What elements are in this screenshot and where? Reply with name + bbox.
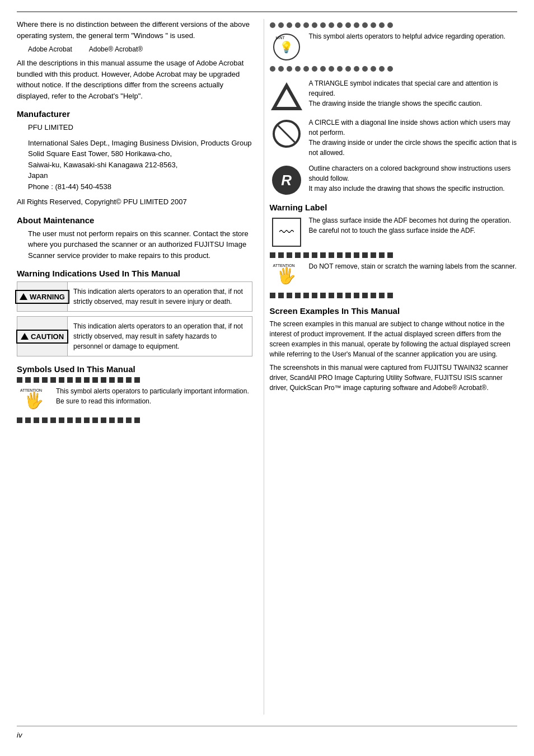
triangle-icon-cell (270, 78, 303, 112)
heat-icon: 〰 (272, 218, 301, 247)
hint-icon-cell: HINT 💡 (270, 31, 303, 60)
company-address: International Sales Dept., Imaging Busin… (28, 138, 252, 192)
hint-text: This symbol alerts operators to helpful … (309, 31, 517, 41)
page: Where there is no distinction between th… (0, 0, 534, 756)
hint-bottom-border (270, 66, 517, 72)
triangle-large-icon (271, 82, 302, 110)
warning-label-bottom-border (270, 293, 517, 298)
hint-label: HINT (276, 36, 285, 40)
attention-warning-icon: ATTENTION 🖐 (273, 264, 300, 287)
circle-symbol-row: A CIRCLE with a diagonal line inside sho… (270, 118, 517, 158)
right-column: HINT 💡 This symbol alerts operators to h… (264, 19, 517, 715)
screen-examples-text1: The screen examples in this manual are s… (270, 319, 517, 359)
r-symbol-row: R Outline characters on a colored backgr… (270, 163, 517, 195)
adobe-row: Adobe Acrobat Adobe® Acrobat® (28, 45, 252, 53)
triangle-text: A TRIANGLE symbol indicates that special… (309, 78, 517, 109)
attention-symbol-row: ATTENTION 🖐 This symbol alerts operators… (17, 386, 252, 412)
warning-label-text: WARNING (30, 293, 65, 301)
page-number: iv (17, 726, 517, 739)
warning-triangle-icon (20, 293, 27, 300)
page-number-text: iv (17, 731, 22, 739)
warning-indications-title: Warning Indications Used In This Manual (17, 269, 252, 278)
symbols-top-border (17, 377, 252, 383)
warning-label-top-border (270, 252, 517, 258)
attention-warning-icon-cell: ATTENTION 🖐 (270, 261, 303, 287)
hint-icon: HINT 💡 (273, 34, 300, 60)
attention-small-label: ATTENTION (20, 388, 42, 392)
heat-symbol-row: 〰 The glass surface inside the ADF becom… (270, 215, 517, 247)
circle-text: A CIRCLE with a diagonal line inside sho… (309, 118, 517, 158)
adobe-label2: Adobe® Acrobat® (89, 45, 143, 53)
attention-hand-icon: 🖐 (24, 391, 44, 410)
caution-text: This indication alerts operators to an o… (73, 322, 243, 350)
attention-warning-small-label: ATTENTION (273, 264, 295, 267)
warning-icon-cell: WARNING (17, 282, 68, 311)
symbols-title: Symbols Used In This Manual (17, 364, 252, 374)
copyright: All Rights Reserved, Copyright© PFU LIMI… (17, 196, 252, 208)
top-rule (17, 11, 517, 12)
attention-icon: ATTENTION 🖐 (20, 388, 47, 412)
attention-icon-cell: ATTENTION 🖐 (17, 386, 50, 412)
heat-icon-cell: 〰 (270, 215, 303, 247)
manufacturer-details: PFU LIMITED International Sales Dept., I… (28, 122, 252, 192)
attention-warning-row: ATTENTION 🖐 Do NOT remove, stain or scra… (270, 261, 517, 287)
company-name: PFU LIMITED (28, 122, 252, 133)
r-icon-cell: R (270, 163, 303, 195)
circle-icon-cell (270, 118, 303, 148)
warning-icon-label: WARNING (15, 290, 69, 304)
screen-examples-text2: The screenshots in this manual were capt… (270, 363, 517, 393)
about-maintenance-text: The user must not perform repairs on thi… (28, 228, 252, 261)
hint-symbol-row: HINT 💡 This symbol alerts operators to h… (270, 31, 517, 60)
caution-text-cell: This indication alerts operators to an o… (68, 317, 252, 356)
glass-text: The glass surface inside the ADF becomes… (309, 215, 517, 236)
caution-triangle-icon (21, 333, 29, 340)
two-column-layout: Where there is no distinction between th… (17, 19, 517, 715)
warning-box: WARNING This indication alerts operators… (17, 281, 252, 312)
caution-box: CAUTION This indication alerts operators… (17, 316, 252, 356)
attention-symbol-text: This symbol alerts operators to particul… (56, 386, 252, 406)
attention-warning-hand-icon: 🖐 (277, 266, 296, 285)
about-maintenance-title: About Maintenance (17, 215, 252, 225)
circle-slash-icon (273, 120, 301, 148)
r-text: Outline characters on a colored backgrou… (309, 163, 517, 194)
warning-text-cell: This indication alerts operators to an o… (68, 282, 252, 311)
warning-label-title: Warning Label (270, 203, 517, 212)
heat-wave-icon: 〰 (279, 224, 294, 241)
attention-warning-text: Do NOT remove, stain or scratch the warn… (309, 261, 517, 271)
r-circle-icon: R (272, 166, 301, 195)
symbols-bottom-border (17, 417, 252, 423)
screen-examples-title: Screen Examples In This Manual (270, 306, 517, 316)
caution-icon-cell: CAUTION (17, 317, 68, 356)
warning-text: This indication alerts operators to an o… (73, 288, 243, 306)
acrobat-desc: All the descriptions in this manual assu… (17, 58, 252, 101)
triangle-symbol-row: A TRIANGLE symbol indicates that special… (270, 78, 517, 112)
hint-bulb-icon: 💡 (279, 41, 293, 53)
intro-text: Where there is no distinction between th… (17, 19, 252, 41)
caution-label-text: CAUTION (31, 332, 64, 341)
adobe-label1: Adobe Acrobat (28, 45, 72, 53)
caution-icon-label: CAUTION (16, 330, 68, 344)
triangle-large-container (271, 81, 302, 112)
left-column: Where there is no distinction between th… (17, 19, 264, 715)
hint-top-border (270, 22, 517, 28)
triangle-inner-white (277, 89, 297, 107)
manufacturer-title: Manufacturer (17, 109, 252, 119)
